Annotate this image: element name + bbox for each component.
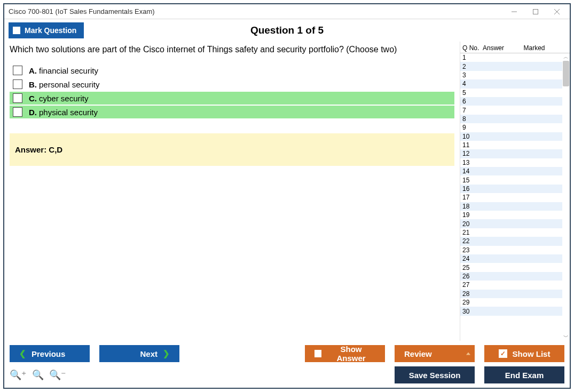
option-letter: D. [29,108,37,117]
zoom-reset-icon[interactable]: 🔍 [32,369,44,381]
list-row[interactable]: 26 [460,272,562,281]
question-heading: Question 1 of 5 [4,25,570,36]
col-answer-header: Answer [481,44,522,52]
row-qno: 28 [460,290,481,298]
list-row[interactable]: 15 [460,175,562,184]
row-qno: 8 [460,115,481,123]
list-row[interactable]: 29 [460,298,562,307]
list-row[interactable]: 6 [460,97,562,106]
maximize-icon [532,9,539,15]
option-row[interactable]: B. personal security [10,78,454,91]
mark-question-button[interactable]: Mark Question [9,22,84,38]
list-row[interactable]: 13 [460,158,562,167]
scroll-thumb[interactable] [563,61,569,86]
list-row[interactable]: 27 [460,281,562,289]
list-row[interactable]: 11 [460,141,562,149]
list-row[interactable]: 5 [460,89,562,97]
chevron-left-icon: ❮ [19,349,26,358]
end-exam-label: End Exam [505,371,544,380]
option-row[interactable]: D. physical security [10,106,454,118]
review-dropdown[interactable]: Review [395,345,475,362]
vertical-scrollbar[interactable]: ︿ ﹀ [562,53,570,341]
options-list: A. financial securityB. personal securit… [10,64,454,118]
row-qno: 16 [460,185,481,193]
list-row[interactable]: 9 [460,123,562,132]
answer-value-text: C,D [49,145,62,154]
previous-button[interactable]: ❮ Previous [10,345,90,362]
question-pane: Which two solutions are part of the Cisc… [4,42,460,341]
row-qno: 29 [460,299,481,306]
list-body: 1234567891011121314151617181920212223242… [460,53,570,341]
close-icon [554,9,560,15]
maximize-button[interactable] [525,5,546,19]
main-area: Which two solutions are part of the Cisc… [4,42,570,341]
option-checkbox[interactable] [13,79,22,89]
svg-rect-1 [533,9,538,14]
list-row[interactable]: 22 [460,237,562,245]
list-row[interactable]: 16 [460,185,562,193]
col-marked-header: Marked [522,44,563,52]
option-row[interactable]: A. financial security [10,64,454,77]
show-list-button[interactable]: ✓ Show List [484,345,564,362]
previous-label: Previous [32,349,65,358]
mark-question-label: Mark Question [25,26,76,35]
list-row[interactable]: 28 [460,290,562,298]
scroll-down-icon[interactable]: ﹀ [563,333,569,341]
list-row[interactable]: 7 [460,106,562,114]
window-controls [504,5,568,19]
list-row[interactable]: 4 [460,79,562,88]
row-qno: 15 [460,177,481,184]
list-row[interactable]: 30 [460,307,562,315]
row-qno: 4 [460,80,481,87]
next-button[interactable]: Next ❯ [99,345,179,362]
list-row[interactable]: 24 [460,254,562,263]
zoom-in-icon[interactable]: 🔍⁺ [10,369,27,381]
end-exam-button[interactable]: End Exam [484,366,564,383]
option-text: cyber security [39,94,89,103]
scroll-up-icon[interactable]: ︿ [563,53,569,61]
list-row[interactable]: 19 [460,211,562,219]
zoom-out-icon[interactable]: 🔍⁻ [49,369,66,381]
question-text: Which two solutions are part of the Cisc… [10,45,454,54]
minimize-button[interactable] [504,5,525,19]
list-row[interactable]: 2 [460,62,562,70]
footer-row-1: ❮ Previous Next ❯ Show Answer Review ✓ S… [10,345,564,362]
row-qno: 21 [460,229,481,236]
app-window: Cisco 700-801 (IoT Sales Fundamentals Ex… [3,3,571,389]
close-button[interactable] [546,5,568,19]
option-letter: A. [29,66,37,75]
footer-row-2: 🔍⁺ 🔍 🔍⁻ Save Session End Exam [10,366,564,383]
option-row[interactable]: C. cyber security [10,92,454,105]
list-row[interactable]: 10 [460,132,562,141]
save-session-button[interactable]: Save Session [395,366,475,383]
option-checkbox[interactable] [13,93,22,103]
review-button[interactable]: Review [395,345,475,362]
list-row[interactable]: 17 [460,193,562,202]
list-row[interactable]: 23 [460,246,562,254]
option-text: personal security [39,80,99,89]
option-checkbox[interactable] [13,66,22,75]
review-label: Review [404,349,432,358]
list-row[interactable]: 20 [460,219,562,228]
list-header: Q No. Answer Marked [460,43,570,53]
row-qno: 24 [460,255,481,262]
list-row[interactable]: 8 [460,115,562,123]
row-qno: 11 [460,141,481,149]
row-qno: 1 [460,54,481,61]
list-row[interactable]: 25 [460,263,562,271]
option-checkbox[interactable] [13,107,22,117]
list-row[interactable]: 3 [460,71,562,79]
show-answer-button[interactable]: Show Answer [305,345,385,362]
list-row[interactable]: 12 [460,149,562,158]
row-qno: 19 [460,211,481,219]
next-label: Next [140,349,158,358]
answer-box: Answer: C,D [10,133,454,166]
list-row[interactable]: 14 [460,167,562,175]
list-row[interactable]: 18 [460,202,562,211]
row-qno: 17 [460,194,481,201]
row-qno: 13 [460,159,481,166]
list-row[interactable]: 1 [460,53,562,62]
scroll-track[interactable] [562,61,570,333]
list-row[interactable]: 21 [460,228,562,237]
list-rows: 1234567891011121314151617181920212223242… [460,53,562,316]
